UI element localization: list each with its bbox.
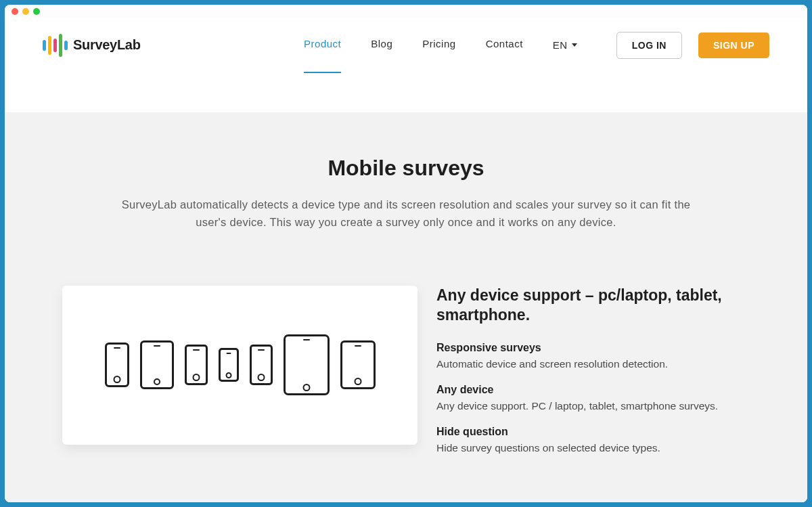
feature-paragraph: Hide survey questions on selected device… [436,441,751,456]
phone-icon [185,345,208,385]
hero-description: SurveyLab automatically detects a device… [108,196,704,232]
login-button[interactable]: LOG IN [616,32,682,59]
page-body: SurveyLab Product Blog Pricing Contact E… [5,18,807,502]
signup-button[interactable]: SIGN UP [698,32,769,58]
auth-buttons: LOG IN SIGN UP [616,32,769,59]
language-label: EN [553,39,568,51]
feature-paragraph: Automatic device and screen resolution d… [436,357,751,372]
feature-subheading: Any device [436,384,751,396]
nav-items: Product Blog Pricing Contact EN LOG IN S… [304,32,769,59]
chevron-down-icon [572,43,577,47]
window-close-icon[interactable] [12,8,18,15]
main-nav: SurveyLab Product Blog Pricing Contact E… [5,18,807,72]
feature-block: Any device Any device support. PC / lapt… [436,384,751,414]
feature-block: Responsive surveys Automatic device and … [436,342,751,372]
devices-illustration [62,286,418,445]
nav-pricing[interactable]: Pricing [422,38,455,52]
browser-window: SurveyLab Product Blog Pricing Contact E… [5,5,807,502]
tablet-icon [340,340,376,389]
nav-blog[interactable]: Blog [371,38,392,52]
phone-icon [219,348,239,382]
hero-section: Mobile surveys SurveyLab automatically d… [5,112,807,502]
browser-title-bar [5,5,807,18]
phone-icon [105,343,129,387]
feature-block: Hide question Hide survey questions on s… [436,426,751,456]
brand-name: SurveyLab [73,37,141,53]
tablet-icon [140,340,174,389]
feature-text: Any device support – pc/laptop, tablet, … [436,286,751,468]
feature-heading: Any device support – pc/laptop, tablet, … [436,286,751,325]
nav-product[interactable]: Product [304,38,341,52]
window-minimize-icon[interactable] [22,8,29,15]
phone-icon [250,345,273,385]
window-maximize-icon[interactable] [33,8,40,15]
tablet-large-icon [284,334,330,395]
feature-subheading: Responsive surveys [436,342,751,354]
feature-paragraph: Any device support. PC / laptop, tablet,… [436,399,751,414]
feature-row: Any device support – pc/laptop, tablet, … [61,286,751,468]
hero-title: Mobile surveys [61,156,751,181]
nav-contact[interactable]: Contact [486,38,523,52]
feature-subheading: Hide question [436,426,751,438]
logo-icon [43,34,68,57]
language-selector[interactable]: EN [553,39,577,51]
brand-logo[interactable]: SurveyLab [43,34,141,57]
